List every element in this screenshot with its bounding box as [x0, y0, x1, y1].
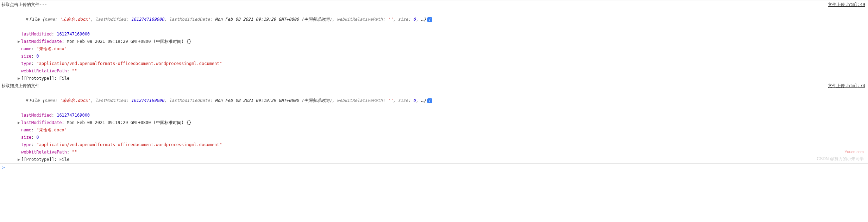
prop-row-lastModified: lastModified: 1612747169000: [1, 112, 867, 119]
log-group-drag-upload: 获取拖拽上传的文件--- 文件上传.html:74 ▼File {name: '…: [1, 82, 867, 163]
info-icon[interactable]: i: [427, 17, 432, 22]
log-group-click-upload: 获取点击上传的文件--- 文件上传.html:49 ▼File {name: '…: [1, 1, 867, 82]
prop-row-webkitRelativePath: webkitRelativePath: "": [1, 149, 867, 156]
expand-toggle-icon[interactable]: ▼: [25, 97, 29, 104]
expand-toggle-icon[interactable]: ▼: [25, 16, 29, 23]
expand-toggle-icon[interactable]: ▶: [17, 119, 21, 126]
prop-row-prototype[interactable]: ▶[[Prototype]]: File: [1, 75, 867, 82]
object-summary-row[interactable]: ▼File {name: '未命名.docx', lastModified: 1…: [1, 8, 867, 31]
expand-toggle-icon[interactable]: ▶: [17, 38, 21, 45]
prop-row-size: size: 0: [1, 53, 867, 60]
log-source-link[interactable]: 文件上传.html:49: [828, 1, 865, 8]
object-class-name: File: [29, 17, 39, 22]
console-prompt[interactable]: >: [0, 164, 868, 171]
prop-row-size: size: 0: [1, 134, 867, 141]
prop-row-name: name: "未命名.docx": [1, 45, 867, 53]
info-icon[interactable]: i: [427, 98, 432, 103]
console-panel: 获取点击上传的文件--- 文件上传.html:49 ▼File {name: '…: [0, 0, 868, 164]
prop-row-lastModified: lastModified: 1612747169000: [1, 31, 867, 38]
prop-row-webkitRelativePath: webkitRelativePath: "": [1, 67, 867, 75]
expand-toggle-icon[interactable]: ▶: [17, 156, 21, 163]
prop-row-name: name: "未命名.docx": [1, 126, 867, 134]
prop-row-lastModifiedDate[interactable]: ▶lastModifiedDate: Mon Feb 08 2021 09:19…: [1, 38, 867, 45]
log-header-text: 获取拖拽上传的文件---: [1, 82, 47, 90]
prop-row-type: type: "application/vnd.openxmlformats-of…: [1, 141, 867, 149]
log-header-line: 获取点击上传的文件--- 文件上传.html:49: [1, 1, 867, 8]
prop-row-type: type: "application/vnd.openxmlformats-of…: [1, 60, 867, 67]
expand-toggle-icon[interactable]: ▶: [17, 75, 21, 82]
log-source-link[interactable]: 文件上传.html:74: [828, 82, 865, 90]
object-class-name: File: [29, 98, 39, 103]
log-header-line: 获取拖拽上传的文件--- 文件上传.html:74: [1, 82, 867, 90]
prop-row-prototype[interactable]: ▶[[Prototype]]: File: [1, 156, 867, 163]
prop-row-lastModifiedDate[interactable]: ▶lastModifiedDate: Mon Feb 08 2021 09:19…: [1, 119, 867, 126]
log-header-text: 获取点击上传的文件---: [1, 1, 47, 8]
object-summary-row[interactable]: ▼File {name: '未命名.docx', lastModified: 1…: [1, 90, 867, 112]
